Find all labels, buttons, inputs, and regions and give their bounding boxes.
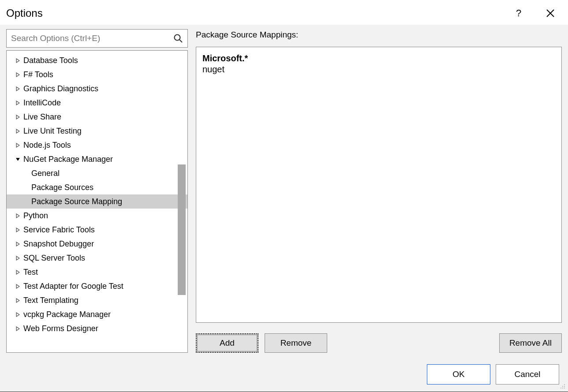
chevron-right-icon[interactable]	[15, 269, 21, 275]
chevron-right-icon[interactable]	[15, 241, 21, 247]
chevron-right-icon[interactable]	[15, 255, 21, 261]
chevron-right-icon[interactable]	[15, 128, 21, 134]
tree-item-label: vcpkg Package Manager	[23, 308, 111, 321]
tree-item-label: Service Fabric Tools	[23, 224, 95, 236]
chevron-right-icon[interactable]	[15, 100, 21, 106]
tree-item-label: Graphics Diagnostics	[23, 82, 98, 95]
help-button[interactable]: ?	[509, 5, 528, 21]
svg-rect-2	[564, 384, 565, 385]
content-area: Database ToolsF# ToolsGraphics Diagnosti…	[0, 25, 568, 355]
mapping-buttons: Add Remove Remove All	[196, 333, 562, 353]
tree-item[interactable]: Python	[7, 209, 187, 223]
tree-item-label: Test Adapter for Google Test	[23, 280, 123, 292]
tree-item-label: SQL Server Tools	[23, 252, 85, 264]
chevron-down-icon[interactable]	[15, 156, 21, 162]
chevron-right-icon[interactable]	[15, 71, 21, 78]
search-box[interactable]	[6, 29, 188, 48]
tree-item-label: Text Templating	[23, 294, 78, 306]
svg-rect-7	[564, 388, 565, 388]
chevron-right-icon[interactable]	[15, 86, 21, 92]
svg-rect-6	[562, 388, 563, 388]
chevron-right-icon[interactable]	[15, 325, 21, 332]
search-input[interactable]	[11, 34, 172, 43]
tree-item-label: Snapshot Debugger	[23, 238, 94, 250]
svg-line-1	[179, 40, 182, 42]
tree-item[interactable]: Web Forms Designer	[7, 321, 187, 336]
tree-item-label: Database Tools	[23, 54, 78, 67]
tree-item-label: General	[31, 167, 60, 179]
tree-item[interactable]: NuGet Package Manager	[7, 152, 187, 166]
tree-item[interactable]: Live Unit Testing	[7, 124, 187, 138]
tree-item[interactable]: Service Fabric Tools	[7, 223, 187, 237]
tree-item-label: Live Share	[23, 111, 61, 123]
svg-rect-3	[562, 386, 563, 387]
mapping-pattern[interactable]: Microsoft.*	[202, 53, 555, 63]
titlebar: Options ?	[0, 0, 568, 25]
chevron-right-icon[interactable]	[15, 297, 21, 303]
add-button[interactable]: Add	[196, 333, 258, 353]
options-tree[interactable]: Database ToolsF# ToolsGraphics Diagnosti…	[6, 50, 188, 353]
chevron-right-icon[interactable]	[15, 311, 21, 317]
remove-all-button[interactable]: Remove All	[499, 333, 562, 353]
chevron-right-icon[interactable]	[15, 283, 21, 289]
tree-item-label: Package Source Mapping	[31, 195, 122, 208]
cancel-button[interactable]: Cancel	[496, 364, 559, 385]
right-pane: Package Source Mappings: Microsoft.*nuge…	[196, 29, 562, 353]
tree-item-label: IntelliCode	[23, 97, 61, 109]
mapping-source[interactable]: nuget	[202, 64, 555, 75]
chevron-right-icon[interactable]	[15, 227, 21, 233]
scrollbar-thumb[interactable]	[178, 164, 186, 295]
tree-item[interactable]: Test Adapter for Google Test	[7, 279, 187, 293]
tree-item[interactable]: Graphics Diagnostics	[7, 82, 187, 96]
tree-item[interactable]: Test	[7, 265, 187, 279]
tree-item[interactable]: General	[7, 166, 187, 180]
tree-item-label: F# Tools	[23, 68, 53, 81]
tree-item[interactable]: IntelliCode	[7, 96, 187, 110]
mappings-label: Package Source Mappings:	[196, 30, 562, 40]
dialog-footer: OK Cancel	[0, 355, 568, 392]
tree-item[interactable]: SQL Server Tools	[7, 251, 187, 265]
close-icon	[546, 9, 554, 17]
tree-item[interactable]: vcpkg Package Manager	[7, 307, 187, 321]
svg-rect-5	[561, 388, 561, 388]
tree-item-label: Web Forms Designer	[23, 322, 98, 335]
tree-item-label: Test	[23, 266, 38, 278]
tree-item[interactable]: Text Templating	[7, 293, 187, 307]
tree-item-label: Python	[23, 209, 48, 222]
tree-item[interactable]: Node.js Tools	[7, 138, 187, 152]
tree-item-label: NuGet Package Manager	[23, 153, 113, 165]
tree-item[interactable]: Package Source Mapping	[7, 194, 187, 209]
chevron-right-icon[interactable]	[15, 213, 21, 219]
options-dialog: Options ? Database ToolsF# ToolsGraphics…	[0, 0, 568, 392]
remove-button[interactable]: Remove	[265, 333, 327, 353]
ok-button[interactable]: OK	[427, 364, 490, 385]
search-icon	[172, 33, 184, 44]
chevron-right-icon[interactable]	[15, 57, 21, 63]
help-icon: ?	[516, 7, 521, 19]
tree-item[interactable]: Snapshot Debugger	[7, 237, 187, 251]
close-button[interactable]	[541, 5, 560, 21]
chevron-right-icon[interactable]	[15, 142, 21, 148]
tree-item[interactable]: Live Share	[7, 110, 187, 124]
tree-item-label: Node.js Tools	[23, 139, 71, 151]
left-pane: Database ToolsF# ToolsGraphics Diagnosti…	[6, 29, 188, 353]
tree-item[interactable]: Package Sources	[7, 180, 187, 194]
tree-item-label: Package Sources	[31, 181, 93, 194]
tree-item-label: Live Unit Testing	[23, 125, 82, 137]
chevron-right-icon[interactable]	[15, 114, 21, 120]
mappings-list[interactable]: Microsoft.*nuget	[196, 47, 562, 323]
dialog-title: Options	[6, 7, 497, 19]
svg-point-0	[175, 35, 180, 41]
resize-grip-icon[interactable]	[558, 381, 567, 390]
tree-item[interactable]: F# Tools	[7, 67, 187, 82]
svg-rect-4	[564, 386, 565, 387]
tree-item[interactable]: Database Tools	[7, 53, 187, 67]
